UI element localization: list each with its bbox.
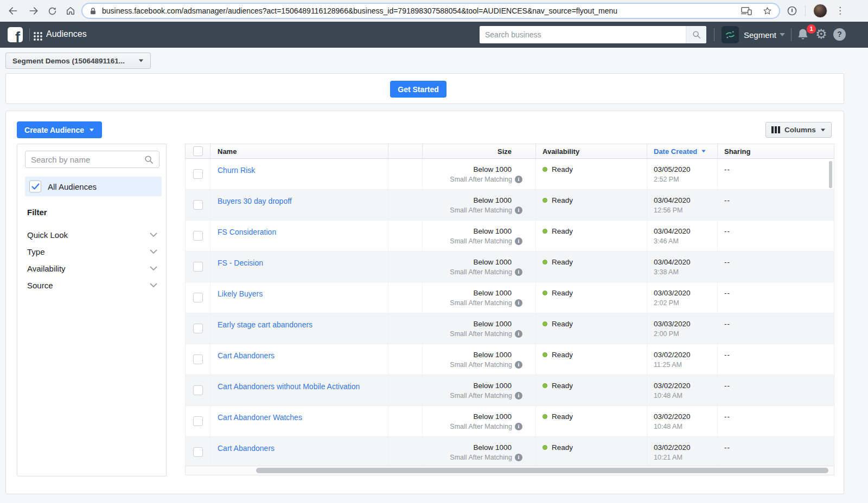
lock-icon	[89, 7, 97, 15]
chevron-down-icon[interactable]	[780, 33, 785, 36]
info-icon[interactable]: i	[515, 268, 522, 276]
audience-name-link[interactable]: Cart Abandoners without Mobile Activatio…	[218, 382, 360, 391]
info-icon[interactable]: i	[515, 299, 522, 307]
row-checkbox[interactable]	[193, 385, 203, 395]
back-button[interactable]	[7, 4, 20, 17]
table-row: Buyers 30 day dropoff Below 1000 Small A…	[186, 190, 834, 221]
header-date-created[interactable]: Date Created	[647, 144, 717, 158]
filter-availability[interactable]: Availability	[17, 260, 167, 277]
table-row: Churn Risk Below 1000 Small After Matchi…	[186, 159, 834, 190]
row-checkbox[interactable]	[193, 262, 203, 272]
audience-name-link[interactable]: Likely Buyers	[218, 289, 263, 298]
header-name[interactable]: Name	[210, 144, 388, 158]
help-icon[interactable]: ?	[833, 28, 846, 41]
size-note: Small After Matching i	[423, 237, 535, 245]
facebook-logo[interactable]: f	[8, 27, 23, 42]
row-checkbox[interactable]	[193, 416, 203, 426]
all-audiences-toggle[interactable]: All Audiences	[25, 177, 162, 196]
size-cell: Below 1000 Small After Matching i	[422, 159, 535, 189]
date-created-cell: 03/04/2020 3:38 AM	[647, 252, 717, 282]
header-availability[interactable]: Availability	[535, 144, 647, 158]
info-icon[interactable]: i	[515, 392, 522, 399]
filter-type[interactable]: Type	[17, 243, 167, 260]
audience-name-link[interactable]: Buyers 30 day dropoff	[218, 197, 292, 205]
search-button[interactable]	[686, 26, 706, 43]
header-size[interactable]: Size	[422, 144, 535, 158]
settings-gear-icon[interactable]: ⚙	[815, 27, 827, 42]
horizontal-scrollbar-thumb[interactable]	[256, 468, 828, 473]
filter-quick-look[interactable]: Quick Look	[17, 227, 167, 243]
date-value: 03/04/2020	[654, 258, 717, 266]
browser-profile-avatar[interactable]	[813, 4, 827, 18]
time-value: 11:25 AM	[654, 361, 717, 369]
sharing-cell: --	[717, 313, 834, 344]
empty-cell	[388, 159, 422, 189]
row-checkbox[interactable]	[193, 293, 203, 302]
divider	[714, 28, 714, 41]
audience-name-link[interactable]: Cart Abandoners	[218, 351, 275, 360]
reload-button[interactable]	[46, 4, 59, 17]
size-note-text: Small After Matching	[450, 330, 512, 338]
horizontal-scrollbar-track[interactable]	[185, 466, 834, 475]
row-checkbox[interactable]	[193, 200, 203, 210]
columns-button[interactable]: Columns	[765, 122, 832, 138]
info-icon[interactable]: i	[515, 454, 522, 461]
audience-name-link[interactable]: Churn Risk	[218, 166, 255, 175]
business-account-name[interactable]: Segment	[744, 30, 776, 40]
empty-cell	[388, 406, 422, 436]
url-bar[interactable]: business.facebook.com/adsmanager/audienc…	[81, 3, 780, 19]
bookmark-star-icon[interactable]	[762, 6, 773, 16]
row-checkbox[interactable]	[193, 354, 203, 364]
date-value: 03/03/2020	[654, 320, 717, 328]
info-icon[interactable]: i	[515, 176, 522, 183]
info-icon[interactable]: i	[515, 423, 522, 430]
status-dot-green	[542, 260, 547, 265]
business-search-input[interactable]	[480, 26, 686, 43]
audience-name-link[interactable]: Cart Abandoner Watches	[218, 413, 302, 422]
row-checkbox[interactable]	[193, 169, 203, 179]
audience-name-link[interactable]: Early stage cart abandoners	[218, 320, 312, 329]
size-cell: Below 1000 Small After Matching i	[422, 406, 535, 436]
forward-button[interactable]	[27, 4, 40, 17]
chevron-down-icon	[150, 249, 157, 254]
send-to-devices-icon[interactable]	[741, 6, 752, 16]
sharing-cell: --	[717, 344, 834, 375]
time-value: 10:48 AM	[654, 392, 717, 399]
status-dot-green	[542, 167, 547, 172]
create-audience-button[interactable]: Create Audience	[17, 121, 102, 138]
row-checkbox[interactable]	[193, 231, 203, 241]
all-audiences-checkbox[interactable]	[29, 180, 41, 192]
filter-source[interactable]: Source	[17, 277, 167, 294]
availability-cell: Ready	[535, 252, 647, 282]
header-sharing[interactable]: Sharing	[717, 144, 834, 158]
get-started-button[interactable]: Get Started	[390, 81, 446, 98]
select-all-checkbox[interactable]	[193, 146, 203, 156]
info-icon[interactable]: i	[515, 361, 522, 369]
info-icon[interactable]: i	[515, 237, 522, 245]
status-text: Ready	[552, 227, 573, 235]
name-search-input[interactable]	[31, 155, 144, 164]
size-cell: Below 1000 Small After Matching i	[422, 190, 535, 220]
row-checkbox[interactable]	[193, 324, 203, 333]
apps-grid-icon[interactable]	[31, 30, 44, 43]
size-cell: Below 1000 Small After Matching i	[422, 313, 535, 344]
audience-name-link[interactable]: Cart Abandoners	[218, 444, 275, 453]
row-checkbox[interactable]	[193, 447, 203, 457]
segment-logo[interactable]	[722, 26, 739, 43]
home-button[interactable]	[64, 4, 77, 17]
row-checkbox-cell	[186, 406, 210, 436]
empty-cell	[388, 313, 422, 344]
row-checkbox-cell	[186, 282, 210, 313]
audience-name-link[interactable]: FS Consideration	[218, 228, 276, 236]
empty-cell	[388, 221, 422, 251]
info-icon[interactable]: i	[515, 207, 522, 214]
info-icon[interactable]: i	[515, 330, 522, 338]
audience-name-link[interactable]: FS - Decision	[218, 259, 263, 267]
extension-icon[interactable]	[786, 4, 799, 17]
size-note-text: Small After Matching	[450, 299, 512, 307]
time-value: 12:56 PM	[654, 207, 717, 214]
ad-account-selector[interactable]: Segment Demos (15064891161...	[5, 53, 151, 69]
empty-cell	[388, 252, 422, 282]
vertical-scrollbar-thumb[interactable]	[829, 161, 832, 188]
browser-menu-icon[interactable]: ⋮	[835, 4, 845, 17]
